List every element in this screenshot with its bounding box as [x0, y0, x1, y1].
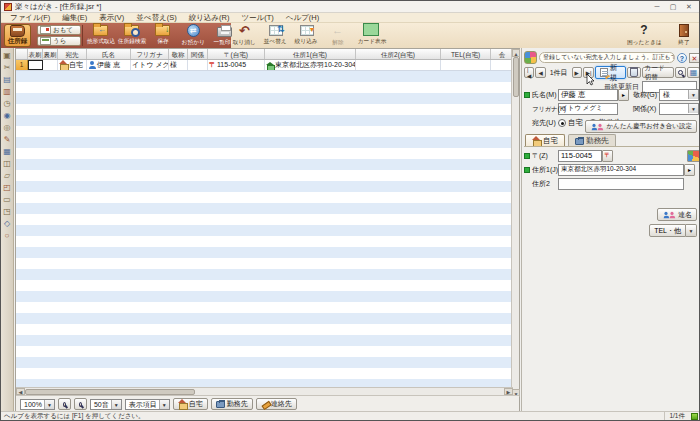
cell-back-print[interactable] — [43, 60, 58, 70]
side-tool-icon-13[interactable]: ▭ — [2, 194, 13, 205]
side-tool-icon-5[interactable]: ◷ — [2, 98, 13, 109]
zoom-in-button[interactable]: + — [58, 398, 71, 410]
side-tool-icon-16[interactable]: ○ — [2, 230, 13, 241]
side-tool-icon-14[interactable]: ◳ — [2, 206, 13, 217]
exit-button[interactable]: 終了 — [671, 23, 697, 48]
tel-other-button[interactable]: TEL・他 ▼ — [649, 224, 697, 237]
gojuon-select[interactable]: 50音 — [90, 399, 122, 410]
side-tool-icon-11[interactable]: ▱ — [2, 170, 13, 181]
scroll-up-icon[interactable]: ▲ — [512, 49, 520, 57]
search-address-book-button[interactable]: 住所録検索 — [116, 23, 147, 48]
side-tool-icon-8[interactable]: ✎ — [2, 134, 13, 145]
filter-button[interactable]: 絞り込み — [291, 23, 322, 48]
cell-front-print-selected[interactable] — [28, 60, 43, 70]
header-addressee[interactable]: 宛先 — [58, 49, 87, 59]
relation-select[interactable] — [659, 103, 699, 115]
easy-relationship-setting-button[interactable]: かんたん慶弔お付き合い設定 — [585, 120, 697, 133]
furigana-input[interactable]: イトウ メグミ — [558, 103, 618, 115]
back-side-button[interactable]: うら — [37, 36, 81, 46]
cell-address2[interactable] — [356, 60, 441, 70]
table-row[interactable]: 1 自宅 伊藤 恵 イトウ メグミ 様 115-0045 — [16, 60, 513, 71]
row-number[interactable]: 1 — [16, 60, 28, 70]
cell-name[interactable]: 伊藤 恵 — [87, 60, 131, 70]
menu-filter[interactable]: 絞り込み(R) — [184, 13, 235, 23]
address1-input[interactable]: 東京都北区赤羽10-20-304 — [558, 164, 684, 176]
map-lookup-icon[interactable] — [687, 150, 700, 162]
first-record-button[interactable]: |◀ — [524, 67, 534, 78]
address-book-button[interactable]: 住所録 — [4, 24, 31, 47]
cell-furigana[interactable]: イトウ メグミ — [131, 60, 169, 70]
honorific-select[interactable]: 様 — [659, 89, 699, 101]
address1-options-icon[interactable]: ▸ — [684, 164, 695, 176]
header-address2-home[interactable]: 住所2(自宅) — [356, 49, 441, 59]
work-view-button[interactable]: 勤務先 — [211, 398, 253, 410]
joint-name-button[interactable]: 連名 — [657, 208, 697, 221]
side-tool-icon-10[interactable]: ◫ — [2, 158, 13, 169]
last-record-button[interactable]: ▶| — [583, 67, 595, 78]
side-tool-icon-15[interactable]: ◇ — [2, 218, 13, 229]
vertical-scrollbar[interactable]: ▲ ▼ — [511, 49, 519, 397]
side-tool-icon-1[interactable]: ▣ — [2, 50, 13, 61]
cell-address1[interactable]: 東京都北区赤羽10-20-304 — [265, 60, 356, 70]
side-tool-icon-9[interactable]: ▦ — [2, 146, 13, 157]
zoom-out-button[interactable]: − — [74, 398, 87, 410]
display-items-select[interactable]: 表示項目 — [125, 399, 170, 410]
header-company[interactable]: 会 — [491, 49, 513, 59]
delete-record-button[interactable] — [627, 67, 641, 78]
header-honorific[interactable]: 敬称 — [169, 49, 188, 59]
header-tel-home[interactable]: TEL(自宅) — [441, 49, 491, 59]
cell-honorific[interactable]: 様 — [169, 60, 188, 70]
undo-button[interactable]: ↶ 取り消し — [229, 23, 260, 48]
cell-company[interactable] — [491, 60, 513, 70]
side-tool-icon-7[interactable]: ◎ — [2, 122, 13, 133]
menu-tools[interactable]: ツール(T) — [236, 13, 278, 23]
header-address1-home[interactable]: 住所1(自宅) — [265, 49, 356, 59]
side-tool-icon-6[interactable]: ◉ — [2, 110, 13, 121]
tel-other-dropdown-icon[interactable]: ▼ — [686, 224, 697, 237]
home-view-button[interactable]: 自宅 — [173, 398, 208, 410]
scroll-right-icon[interactable]: ▶ — [504, 388, 513, 395]
front-side-button[interactable]: おもて — [37, 25, 81, 35]
card-switch-button[interactable]: カード切替 — [642, 67, 674, 78]
scroll-left-icon[interactable]: ◀ — [16, 388, 25, 395]
zip-lookup-icon[interactable]: 〒 — [602, 150, 613, 162]
menu-sort[interactable]: 並べ替え(S) — [131, 13, 181, 23]
header-zip-home[interactable]: 〒(自宅) — [208, 49, 265, 59]
zoom-select[interactable]: 100% — [20, 399, 55, 410]
maximize-icon[interactable]: ▢ — [668, 3, 678, 11]
contact-view-button[interactable]: 連絡先 — [256, 398, 297, 410]
minimize-icon[interactable]: ─ — [652, 3, 662, 11]
list-body[interactable]: 1 自宅 伊藤 恵 イトウ メグミ 様 115-0045 — [16, 60, 513, 397]
header-front-print[interactable]: 表刷 — [28, 49, 43, 59]
import-button[interactable]: 他形式取込 — [85, 23, 116, 48]
header-name[interactable]: 氏名 — [87, 49, 131, 59]
header-relation[interactable]: 関係 — [188, 49, 208, 59]
side-tool-icon-3[interactable]: ▤ — [2, 74, 13, 85]
card-search-button[interactable] — [675, 67, 686, 78]
side-tool-icon-4[interactable]: ▥ — [2, 86, 13, 97]
menu-file[interactable]: ファイル(F) — [5, 13, 55, 23]
home-radio[interactable] — [558, 119, 566, 127]
assistant-close-icon[interactable]: ✕ — [689, 53, 700, 63]
card-layout-button[interactable]: ▦ — [687, 67, 700, 78]
zip-input[interactable]: 115-0045 — [558, 150, 602, 162]
name-dictionary-icon[interactable]: ▸ — [618, 89, 629, 101]
menu-help[interactable]: ヘルプ(H) — [281, 13, 324, 23]
help-button[interactable]: ? 困ったときは — [625, 23, 663, 48]
close-icon[interactable]: ✕ — [684, 3, 694, 11]
assistant-help-icon[interactable]: ? — [677, 53, 687, 63]
address2-input[interactable] — [558, 178, 684, 190]
header-back-print[interactable]: 裏刷 — [43, 49, 58, 59]
cell-addressee[interactable]: 自宅 — [58, 60, 87, 70]
sort-button[interactable]: 並べ替え — [260, 23, 291, 48]
cloud-backup-button[interactable]: お預かり — [178, 23, 209, 48]
side-tool-icon-12[interactable]: ◰ — [2, 182, 13, 193]
header-corner[interactable] — [16, 49, 28, 59]
save-button[interactable]: 保存 — [147, 23, 178, 48]
menu-view[interactable]: 表示(V) — [94, 13, 129, 23]
next-record-button[interactable]: ▶ — [572, 67, 582, 78]
vertical-scroll-thumb[interactable] — [513, 57, 519, 97]
card-view-button[interactable]: カード表示 — [353, 23, 391, 48]
header-furigana[interactable]: フリガナ — [131, 49, 169, 59]
prev-record-button[interactable]: ◀ — [535, 67, 545, 78]
